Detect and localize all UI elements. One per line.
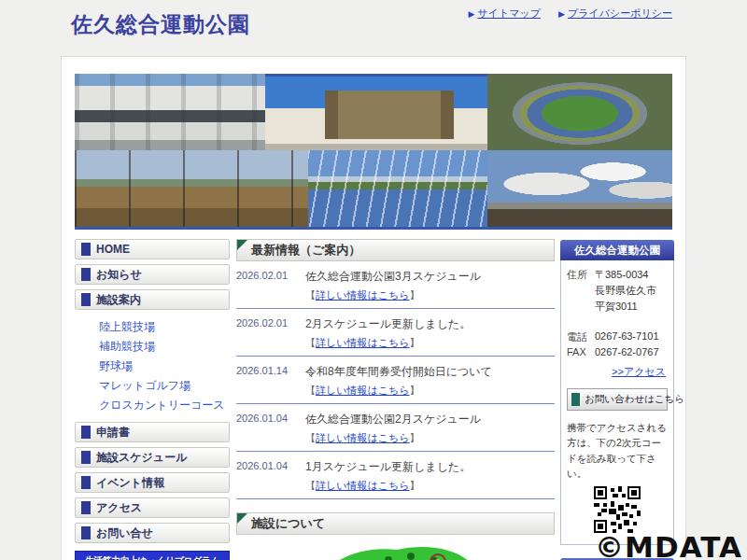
news-text: 2月スケジュール更新しました。 [305, 316, 471, 332]
qr-code [567, 486, 668, 535]
facility-section-title: 施設について [251, 516, 325, 530]
news-text: 令和8年度年間券受付開始日について [305, 364, 492, 380]
bracket: 】 [410, 432, 420, 443]
page: ▶サイトマップ ▶プライバシーポリシー 佐久総合運動公園 HOME [0, 0, 747, 560]
news-detail-link[interactable]: 詳しい情報はこちら [316, 337, 410, 348]
corner-fold-icon [237, 513, 247, 524]
news-detail-link[interactable]: 詳しい情報はこちら [316, 289, 410, 301]
submenu-link-baseball-field[interactable]: 野球場 [99, 358, 230, 374]
bracket: 【 [305, 432, 316, 443]
sidebar-item-contact[interactable]: お問い合せ [75, 523, 230, 543]
photo-baseball-field [75, 150, 308, 227]
news-section-header: 最新情報（ご案内） [236, 239, 555, 261]
bracket: 】 [410, 385, 420, 396]
photo-winter-grounds [487, 150, 672, 227]
sidebar-item-events[interactable]: イベント情報 [75, 472, 230, 493]
sitemap-link-label: サイトマップ [477, 7, 541, 19]
sidebar-item-applications[interactable]: 申請書 [75, 422, 230, 442]
fax-label: FAX [567, 346, 595, 357]
submenu-link-cross-country[interactable]: クロスカントリーコース [99, 398, 230, 413]
sidebar-item-news[interactable]: お知らせ [75, 264, 230, 285]
address-line2: 平賀3011 [595, 300, 656, 314]
facility-section-header: 施設について [236, 512, 555, 535]
menu-bullet-icon [81, 501, 91, 514]
facility-section: 施設について [236, 512, 555, 560]
bracket: 【 [305, 480, 316, 491]
sidebar-item-facilities[interactable]: 施設案内 [75, 289, 230, 310]
sidebar-item-label: お知らせ [96, 267, 142, 283]
banner-line1: 生活筋力向上ゆっくりプログラム [76, 552, 229, 560]
menu-bullet-icon [81, 293, 91, 306]
menu-bullet-icon [81, 243, 91, 256]
fax-value: 0267-62-0767 [595, 346, 659, 357]
bracket: 】 [410, 289, 420, 301]
submenu-link-auxiliary-field[interactable]: 補助競技場 [99, 339, 230, 355]
privacy-policy-link[interactable]: ▶プライバシーポリシー [558, 7, 672, 19]
news-detail-link[interactable]: 詳しい情報はこちら [316, 432, 410, 443]
contact-button-label: お問い合わせはこちら [585, 393, 684, 406]
tel-label: 電話 [567, 330, 595, 344]
sidebar-item-label: 申請書 [96, 425, 130, 441]
facilities-submenu: 陸上競技場 補助競技場 野球場 マレットゴルフ場 クロスカントリーコース [75, 315, 230, 422]
sidebar-item-label: HOME [96, 243, 130, 256]
news-item: 2026.01.04 1月スケジュール更新しました。 【詳しい情報はこちら】 [236, 452, 555, 499]
content-card: HOME お知らせ 施設案内 陸上競技場 補助競技場 野球場 マレットゴルフ場 … [61, 56, 686, 560]
news-text: 1月スケジュール更新しました。 [305, 459, 471, 475]
news-date: 2026.01.04 [236, 459, 305, 475]
contact-bullet-icon [571, 393, 580, 406]
watermark: ©MDATA [595, 530, 742, 560]
photo-stadium-entrance [75, 74, 265, 150]
photo-aerial-stadium [487, 74, 672, 150]
news-detail-link[interactable]: 詳しい情報はこちら [316, 385, 410, 396]
bracket: 【 [305, 385, 316, 396]
sidebar: HOME お知らせ 施設案内 陸上競技場 補助競技場 野球場 マレットゴルフ場 … [75, 239, 230, 560]
news-item: 2026.01.14 令和8年度年間券受付開始日について 【詳しい情報はこちら】 [236, 357, 555, 404]
news-date: 2026.01.04 [236, 412, 305, 427]
submenu-link-athletics-field[interactable]: 陸上競技場 [99, 319, 230, 335]
park-area [300, 547, 504, 560]
bracket: 【 [305, 289, 316, 301]
collage-row-top [75, 74, 672, 150]
photo-track-building [265, 74, 487, 153]
menu-bullet-icon [81, 268, 91, 281]
postal-code: 〒385-0034 [595, 268, 656, 282]
news-item: 2026.01.04 佐久総合運動公園2月スケジュール 【詳しい情報はこちら】 [236, 404, 555, 452]
news-text: 佐久総合運動公園2月スケジュール [305, 412, 481, 427]
photo-running-track [308, 150, 487, 227]
submenu-link-mallet-golf[interactable]: マレットゴルフ場 [99, 378, 230, 394]
address-line1: 長野県佐久市 [595, 284, 656, 298]
sidebar-item-schedule[interactable]: 施設スケジュール [75, 447, 230, 468]
corner-fold-icon [237, 240, 247, 250]
sidebar-item-label: イベント情報 [96, 475, 164, 491]
bracket: 】 [410, 480, 420, 491]
right-column: 佐久総合運動公園 住所 〒385-0034 長野県佐久市 平賀3011 電話 0… [560, 240, 674, 560]
menu-bullet-icon [81, 426, 91, 439]
sitemap-link[interactable]: ▶サイトマップ [468, 7, 540, 19]
contact-button[interactable]: お問い合わせはこちら [567, 388, 668, 411]
menu-bullet-icon [81, 526, 91, 539]
site-title: 佐久総合運動公園 [71, 10, 250, 39]
park-info-box: 住所 〒385-0034 長野県佐久市 平賀3011 電話 0267-63-71… [560, 260, 674, 545]
sidebar-item-access[interactable]: アクセス [75, 497, 230, 518]
news-date: 2026.02.01 [236, 269, 305, 285]
sidebar-item-label: お問い合せ [96, 525, 153, 541]
news-section-title: 最新情報（ご案内） [251, 243, 360, 257]
address-label: 住所 [567, 268, 595, 315]
news-item: 2026.02.01 2月スケジュール更新しました。 【詳しい情報はこちら】 [236, 309, 555, 357]
privacy-policy-link-label: プライバシーポリシー [568, 7, 672, 19]
sidebar-item-home[interactable]: HOME [75, 239, 230, 259]
utility-nav: ▶サイトマップ ▶プライバシーポリシー [453, 7, 672, 21]
park-map: クロスカントリーコース 陸上競技場 管理棟 [236, 539, 555, 560]
arrow-icon: ▶ [468, 9, 474, 19]
news-detail-link[interactable]: 詳しい情報はこちら [316, 480, 410, 491]
menu-bullet-icon [81, 476, 91, 489]
exercise-program-banner[interactable]: 生活筋力向上ゆっくりプログラム 生活習慣病予防体操 運動不足解消！自宅でできるゆ… [75, 551, 230, 560]
news-date: 2026.01.14 [236, 364, 305, 380]
sidebar-item-label: 施設スケジュール [96, 450, 187, 466]
tel-value: 0267-63-7101 [595, 330, 659, 344]
menu-bullet-icon [81, 451, 91, 464]
news-item: 2026.02.01 佐久総合運動公園3月スケジュール 【詳しい情報はこちら】 [236, 261, 555, 309]
mobile-access-note: 携帯でアクセスされる方は、下の2次元コードを読み取って下さい。 [567, 420, 668, 481]
access-link[interactable]: >>アクセス [567, 365, 666, 379]
main-column: 最新情報（ご案内） 2026.02.01 佐久総合運動公園3月スケジュール 【詳… [236, 239, 555, 560]
